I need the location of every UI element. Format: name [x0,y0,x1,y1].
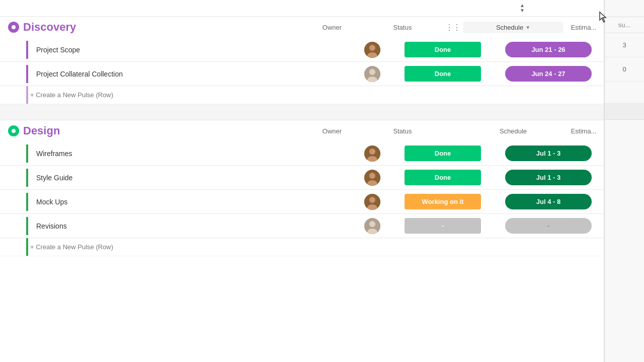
project-scope-status[interactable]: Done [405,42,481,57]
style-guide-name: Style Guide [26,169,342,187]
project-scope-row[interactable]: Project Scope Done Jun 21 - 26 3 [0,38,644,62]
discovery-create-row[interactable]: + Create a New Pulse (Row) [0,86,644,104]
row-accent [26,65,28,83]
project-collateral-name: Project Collateral Collection [26,65,342,83]
revisions-schedule[interactable]: - [505,218,592,234]
svg-point-1 [369,45,375,51]
schedule-col-label: Schedule [496,24,523,31]
avatar [364,218,380,234]
design-schedule-col: Schedule [463,127,564,135]
wireframes-owner [342,143,403,164]
svg-point-16 [369,221,375,227]
wireframes-row[interactable]: Wireframes Done Jul 1 - 3 1 [0,141,644,166]
wireframes-status[interactable]: Done [405,146,481,161]
design-title: Design [23,124,302,137]
table-row: Mock Ups Working on it Jul 4 - 8 1 [0,190,644,214]
revisions-owner [342,216,403,236]
mockups-name: Mock Ups [26,193,342,211]
schedule-dropdown-icon[interactable]: ▼ [525,25,530,30]
discovery-status-col: Status [362,24,443,31]
mockups-status[interactable]: Working on it [405,194,481,209]
design-header: Design Owner Status Schedule Estima... [0,120,644,141]
project-collateral-owner [342,64,403,84]
project-collateral-row[interactable]: Project Collateral Collection Done Jun 2… [0,62,644,86]
svg-point-13 [369,197,375,203]
discovery-circle-inner [12,25,16,29]
avatar [364,194,380,210]
table-row: Revisions - - 1 [0,214,644,238]
style-guide-schedule[interactable]: Jul 1 - 3 [505,170,592,185]
discovery-create-label: + Create a New Pulse (Row) [30,91,113,99]
style-guide-owner [342,168,403,188]
project-collateral-schedule[interactable]: Jun 24 - 27 [505,66,592,82]
section-spacer [0,104,644,120]
row-accent [26,41,28,59]
right-partial-sort [605,0,644,17]
design-section: Design Owner Status Schedule Estima... W… [0,120,644,256]
row-accent [26,193,28,211]
style-guide-status[interactable]: Done [405,170,481,185]
right-partial-discovery-header: su... [605,17,644,33]
sort-bar: ▲ ▼ [0,0,644,17]
mockups-row[interactable]: Mock Ups Working on it Jul 4 - 8 1 [0,190,644,214]
table-row: Project Collateral Collection Done Jun 2… [0,62,644,86]
discovery-collapse-button[interactable] [8,22,19,33]
avatar [364,170,380,186]
sort-icon[interactable]: ▲ ▼ [516,2,528,14]
right-partial-cell: 3 [605,33,644,57]
style-guide-row[interactable]: Style Guide Done Jul 1 - 3 1 [0,166,644,190]
avatar [364,42,380,58]
discovery-owner-col: Owner [302,24,362,31]
discovery-dots-col: ⋮⋮ [443,23,463,32]
discovery-section: Discovery Owner Status ⋮⋮ Schedule ▼ Est… [0,17,644,104]
wireframes-name: Wireframes [26,144,342,163]
discovery-header: Discovery Owner Status ⋮⋮ Schedule ▼ Est… [0,17,644,38]
row-accent [26,217,28,235]
right-spacer [605,104,644,120]
main-container: ▲ ▼ Discovery Owner Status ⋮⋮ Schedule [0,0,644,362]
design-collapse-button[interactable] [8,125,19,136]
project-scope-name: Project Scope [26,41,342,59]
design-create-row[interactable]: + Create a New Pulse (Row) [0,238,644,256]
project-scope-owner [342,40,403,60]
column-dots-icon[interactable]: ⋮⋮ [445,23,460,32]
mockups-schedule[interactable]: Jul 4 - 8 [505,194,592,209]
revisions-row[interactable]: Revisions - - 1 [0,214,644,238]
right-partial-cell: 0 [605,57,644,82]
avatar [364,66,380,82]
create-row-accent [26,86,28,104]
project-collateral-status[interactable]: Done [405,66,481,82]
table-row: Wireframes Done Jul 1 - 3 1 [0,141,644,166]
avatar [364,146,380,162]
mockups-owner [342,192,403,212]
design-estimate-col: Estima... [564,127,604,135]
design-status-col: Status [362,127,443,135]
svg-point-7 [369,149,375,155]
table-row: Project Scope Done Jun 21 - 26 3 [0,38,644,62]
design-circle-inner [12,129,16,133]
revisions-name: Revisions [26,217,342,235]
design-create-label: + Create a New Pulse (Row) [30,243,113,251]
right-partial-panel: su... 3 0 [604,0,644,362]
discovery-estimate-col: Estima... [564,24,604,31]
row-accent [26,144,28,163]
discovery-title: Discovery [23,21,302,34]
discovery-schedule-col[interactable]: Schedule ▼ [463,22,564,33]
table-row: Style Guide Done Jul 1 - 3 1 [0,166,644,190]
wireframes-schedule[interactable]: Jul 1 - 3 [505,146,592,161]
project-scope-schedule[interactable]: Jun 21 - 26 [505,42,592,57]
row-accent [26,169,28,187]
svg-point-10 [369,173,375,179]
svg-point-4 [369,69,375,75]
create-row-accent-green [26,238,28,256]
design-owner-col: Owner [302,127,362,135]
right-partial-create [605,82,644,104]
revisions-status[interactable]: - [405,218,481,234]
